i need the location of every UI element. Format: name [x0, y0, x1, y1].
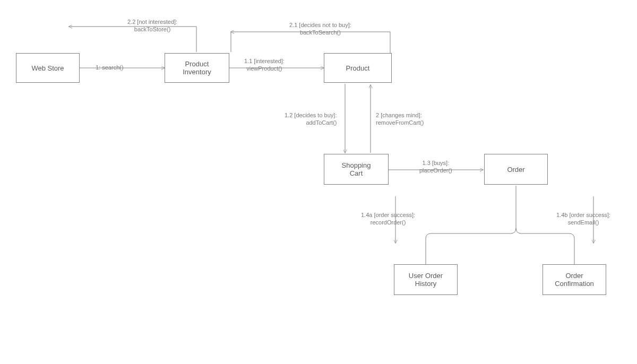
node-product: Product — [324, 53, 392, 83]
node-shopping-cart: Shopping Cart — [324, 154, 389, 185]
node-order: Order — [484, 154, 548, 185]
edge-label-remove-from-cart: 2 [changes mind]: removeFromCart() — [376, 111, 424, 127]
edge-label-place-order: 1.3 [buys]: placeOrder() — [419, 159, 452, 175]
diagram-canvas: Web Store Product Inventory Product Shop… — [0, 0, 637, 364]
edge-label-view-product: 1.1 [interested]: viewProduct() — [244, 57, 285, 73]
edge-label-add-to-cart: 1.2 [decides to buy]: addToCart() — [285, 111, 337, 127]
edge-label-send-email: 1.4b [order success]: sendEmail() — [556, 211, 610, 227]
node-order-confirmation: Order Confirmation — [543, 264, 606, 295]
edge-label-record-order: 1.4a [order success]: recordOrder() — [361, 211, 415, 227]
edge-label-back-to-search: 2.1 [decides not to buy]: backToSearch() — [289, 21, 351, 37]
node-user-order-history: User Order History — [394, 264, 458, 295]
edge-label-back-to-store: 2.2 [not interested]: backToStore() — [127, 18, 177, 33]
edge-label-search: 1: search() — [96, 64, 124, 71]
node-product-inventory: Product Inventory — [165, 53, 229, 83]
node-web-store: Web Store — [16, 53, 80, 83]
